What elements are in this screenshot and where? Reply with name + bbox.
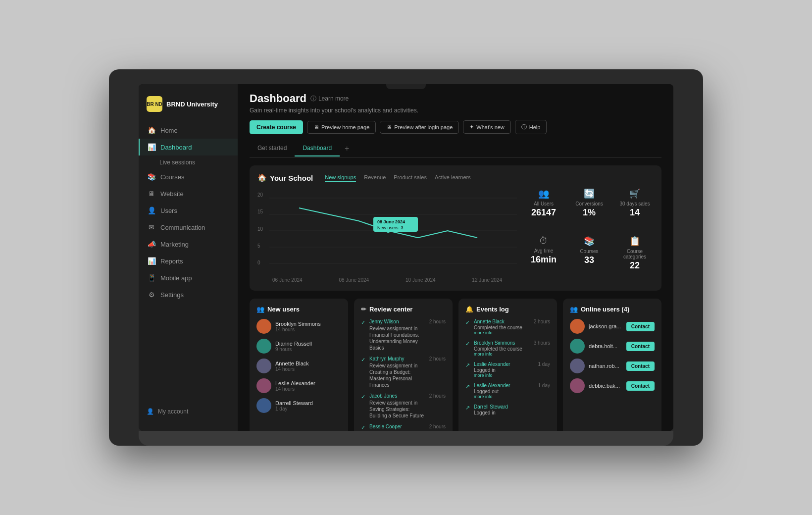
sidebar-item-mobile[interactable]: 📱 Mobile app — [139, 269, 238, 286]
new-users-title: 👥 New users — [256, 306, 341, 313]
online-avatar — [570, 359, 585, 373]
my-account[interactable]: 👤 My account — [139, 400, 238, 423]
review-item[interactable]: ✓ Bessie Cooper 2 hours — [361, 424, 446, 431]
sidebar-item-label: Website — [160, 190, 184, 198]
user-avatar — [256, 319, 271, 334]
check-icon: ✓ — [361, 424, 365, 431]
stats-grid: 👥 All Users 26147 🔄 Conversions 1% 🛒 — [525, 188, 654, 283]
brand: BR ND BRND University — [139, 92, 238, 122]
tab-add-button[interactable]: + — [340, 140, 354, 157]
all-users-icon: 👥 — [538, 188, 549, 199]
sidebar-item-label: Dashboard — [160, 144, 192, 151]
whats-new-button[interactable]: ✦ What's new — [463, 120, 511, 134]
online-user-item: debbie.bak... Contact — [570, 378, 655, 393]
chart-tabs: New signups Revenue Product sales Active… — [325, 174, 470, 182]
preview-home-button[interactable]: 🖥 Preview home page — [307, 121, 376, 134]
sidebar-nav: 🏠 Home 📊 Dashboard Live sessions 📚 Cours… — [139, 122, 238, 400]
sidebar-item-label: Reports — [160, 258, 183, 265]
sidebar-item-label: Communication — [160, 224, 205, 231]
main-content: Dashboard ⓘ Learn more Gain real-time in… — [238, 84, 673, 431]
event-more-link[interactable]: more info — [474, 352, 530, 357]
users-icon: 👤 — [148, 206, 155, 214]
event-item: ✓ Brooklyn Simmons Completed the course … — [465, 340, 550, 357]
tab-get-started[interactable]: Get started — [250, 141, 295, 156]
sales-icon: 🛒 — [629, 188, 640, 199]
clock-icon: ⏱ — [539, 236, 548, 246]
check-icon: ✓ — [361, 357, 365, 363]
event-more-link[interactable]: more info — [474, 373, 534, 378]
sidebar-item-home[interactable]: 🏠 Home — [139, 122, 238, 139]
events-log-card: 🔔 Events log ✓ Annette Black Completed t… — [458, 299, 557, 431]
online-avatar — [570, 378, 585, 393]
conversions-icon: 🔄 — [584, 188, 595, 199]
logout-icon: ↗ — [465, 383, 470, 390]
user-avatar — [256, 378, 271, 393]
contact-button[interactable]: Contact — [626, 342, 655, 351]
reports-icon: 📊 — [148, 257, 155, 265]
user-item[interactable]: Brooklyn Simmons 14 hours — [256, 319, 341, 334]
contact-button[interactable]: Contact — [626, 361, 655, 371]
contact-button[interactable]: Contact — [626, 322, 655, 331]
sidebar-item-settings[interactable]: ⚙ Settings — [139, 286, 238, 303]
learn-more-link[interactable]: ⓘ Learn more — [310, 95, 349, 103]
user-item[interactable]: Annette Black 14 hours — [256, 359, 341, 373]
event-more-link[interactable]: more info — [474, 394, 534, 399]
user-item[interactable]: Darrell Steward 1 day — [256, 398, 341, 413]
sidebar-item-label: Settings — [160, 291, 184, 299]
user-item[interactable]: Dianne Russell 9 hours — [256, 339, 341, 354]
star-icon: ✦ — [469, 124, 474, 130]
contact-button[interactable]: Contact — [626, 381, 655, 391]
chart-area: 20 15 10 5 0 — [257, 188, 517, 283]
event-more-link[interactable]: more info — [474, 330, 530, 335]
monitor2-icon: 🖥 — [386, 124, 392, 130]
review-item[interactable]: ✓ Kathryn Murphy Review assignment in Cr… — [361, 356, 446, 388]
home-icon: 🏠 — [148, 126, 155, 134]
sidebar-item-website[interactable]: 🖥 Website — [139, 185, 238, 202]
online-avatar — [570, 339, 585, 354]
login-icon: ↗ — [465, 362, 470, 368]
online-users-title: 👥 Online users (4) — [570, 306, 655, 313]
chart-tab-learners[interactable]: Active learners — [435, 174, 471, 182]
preview-login-button[interactable]: 🖥 Preview after login page — [380, 121, 459, 134]
chart-tab-signups[interactable]: New signups — [325, 174, 356, 182]
review-item[interactable]: ✓ Jenny Wilson Review assignment in Fina… — [361, 319, 446, 351]
dashboard-body: 🏠 Your School New signups Revenue Produc… — [238, 157, 673, 431]
new-users-card-icon: 👥 — [256, 306, 264, 313]
page-title: Dashboard — [250, 92, 306, 105]
stat-avg-time: ⏱ Avg time 16min — [525, 236, 562, 283]
review-item[interactable]: ✓ Jacob Jones Review assignment in Savin… — [361, 393, 446, 419]
mobile-icon: 📱 — [148, 274, 155, 282]
laptop-base — [139, 431, 673, 446]
event-item: ↗ Leslie Alexander Logged in more info 1… — [465, 361, 550, 378]
chart-tab-products[interactable]: Product sales — [394, 174, 427, 182]
stat-sales: 🛒 30 days sales 14 — [616, 188, 654, 230]
create-course-button[interactable]: Create course — [250, 120, 303, 134]
review-center-card: ✏ Review center ✓ Jenny Wilson Review as… — [354, 299, 453, 431]
user-item[interactable]: Leslie Alexander 14 hours — [256, 378, 341, 393]
login2-icon: ↗ — [465, 405, 470, 411]
sidebar-item-courses[interactable]: 📚 Courses — [139, 168, 238, 185]
sidebar-item-dashboard[interactable]: 📊 Dashboard — [139, 139, 238, 155]
svg-text:08 June 2024: 08 June 2024 — [377, 219, 405, 224]
sidebar-item-communication[interactable]: ✉ Communication — [139, 219, 238, 236]
sidebar-item-label: Mobile app — [160, 274, 192, 282]
chart-svg: 08 June 2024 New users: 3 — [269, 188, 517, 277]
sidebar-item-marketing[interactable]: 📣 Marketing — [139, 236, 238, 253]
sidebar-item-reports[interactable]: 📊 Reports — [139, 253, 238, 269]
tab-dashboard[interactable]: Dashboard — [295, 141, 340, 156]
new-users-card: 👥 New users Brooklyn Simmons 14 hours — [250, 299, 348, 431]
account-label: My account — [158, 408, 188, 415]
sidebar-item-label: Marketing — [160, 241, 189, 248]
chart-tab-revenue[interactable]: Revenue — [364, 174, 386, 182]
analytics-header: 🏠 Your School New signups Revenue Produc… — [257, 173, 654, 182]
school-title: 🏠 Your School — [257, 173, 313, 182]
event-check-icon: ✓ — [465, 319, 470, 326]
help-button[interactable]: ⓘ Help — [515, 120, 547, 134]
check-icon: ✓ — [361, 319, 365, 326]
sidebar-item-live-sessions[interactable]: Live sessions — [139, 156, 238, 168]
stat-categories: 📋 Course categories 22 — [616, 236, 654, 283]
sidebar-item-label: Users — [160, 207, 177, 214]
sidebar-item-users[interactable]: 👤 Users — [139, 202, 238, 219]
brand-logo: BR ND — [147, 96, 162, 112]
online-user-item: jackson.gra... Contact — [570, 319, 655, 334]
